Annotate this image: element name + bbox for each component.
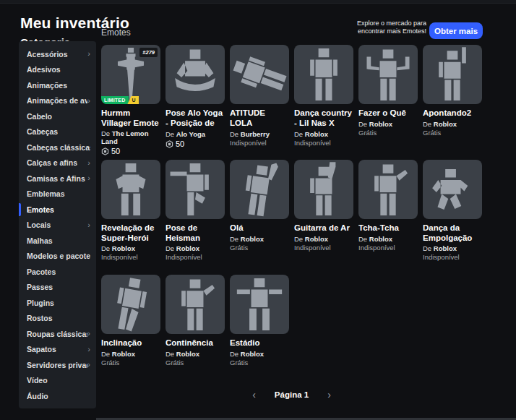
emote-name[interactable]: Apontando2 xyxy=(423,108,482,119)
point-silhouette xyxy=(423,45,482,104)
emote-thumbnail[interactable] xyxy=(101,275,160,334)
emote-card[interactable]: Dança da Empolgação De Roblox Indisponív… xyxy=(423,160,487,275)
emote-card[interactable]: Guitarra de Ar De Roblox Indisponível xyxy=(294,160,358,275)
emote-name[interactable]: Continência xyxy=(165,338,225,348)
sidebar-item-emotes[interactable]: Emotes › xyxy=(19,202,96,218)
emote-thumbnail[interactable] xyxy=(423,45,482,104)
creator-name[interactable]: Alo Yoga xyxy=(176,130,205,138)
sidebar-item-video[interactable]: Vídeo › xyxy=(19,373,96,389)
emote-thumbnail[interactable] xyxy=(165,275,225,334)
emote-card[interactable]: Revelação de Super-Herói De Roblox Indis… xyxy=(101,160,165,275)
get-more-button[interactable]: Obter mais xyxy=(429,22,483,39)
top-nav-edge xyxy=(0,0,516,4)
shrug-silhouette xyxy=(358,45,418,104)
emote-card[interactable]: Olá De Roblox Grátis xyxy=(230,160,294,275)
creator-name[interactable]: Roblox xyxy=(112,350,135,358)
creator-name[interactable]: Roblox xyxy=(241,350,264,358)
sidebar-item-plugins[interactable]: Plugins › xyxy=(19,295,96,311)
emote-name[interactable]: Pose Alo Yoga - Posição de lótus xyxy=(165,108,225,129)
emote-thumbnail[interactable] xyxy=(294,45,353,104)
creator-name[interactable]: Roblox xyxy=(369,120,392,128)
emote-name[interactable]: Olá xyxy=(230,223,289,233)
emote-thumbnail[interactable] xyxy=(165,45,225,104)
emote-name[interactable]: Inclinação xyxy=(101,338,160,348)
emote-name[interactable]: Pose de Heisman xyxy=(165,223,225,243)
sidebar-item-passes[interactable]: Passes › xyxy=(19,280,96,296)
emote-card[interactable]: Dança country - Lil Nas X (LNX) De Roblo… xyxy=(294,45,358,160)
sidebar-item-cabecas-classicas[interactable]: Cabeças clássicas › xyxy=(19,140,96,155)
creator-name[interactable]: Roblox xyxy=(305,130,328,138)
sidebar-item-label: Adesivos xyxy=(27,65,61,74)
creator-name[interactable]: Roblox xyxy=(176,244,199,252)
creator-name[interactable]: Roblox xyxy=(176,350,199,358)
sidebar-item-calcas-e-afins[interactable]: Calças e afins › xyxy=(19,155,96,171)
creator-name[interactable]: Burberry xyxy=(241,130,270,138)
creator-name[interactable]: Roblox xyxy=(369,235,392,243)
chevron-right-icon: › xyxy=(87,174,90,182)
emote-creator: De Roblox xyxy=(423,120,482,128)
creator-name[interactable]: Roblox xyxy=(112,244,135,252)
emote-creator: De Roblox xyxy=(101,350,160,358)
emote-name[interactable]: Tcha-Tcha xyxy=(358,223,418,233)
sidebar-item-adesivos[interactable]: Adesivos › xyxy=(19,62,96,78)
emote-card[interactable]: Tcha-Tcha De Roblox Indisponível xyxy=(358,160,423,275)
sidebar-item-sapatos[interactable]: Sapatos › xyxy=(19,342,96,358)
sidebar-item-emblemas[interactable]: Emblemas › xyxy=(19,187,96,202)
sidebar-item-audio[interactable]: Áudio › xyxy=(19,388,96,404)
guitar-silhouette xyxy=(294,160,353,219)
emote-name[interactable]: Fazer o Quê xyxy=(358,108,418,119)
emote-thumbnail[interactable] xyxy=(230,275,289,334)
sidebar-item-cabecas[interactable]: Cabeças › xyxy=(19,124,96,140)
emote-card[interactable]: Pose de Heisman De Roblox Indisponível xyxy=(165,160,230,275)
emote-name[interactable]: ATITUDE LOLA BURBERRY -... xyxy=(230,108,289,129)
sidebar-item-label: Pacotes xyxy=(27,267,56,276)
emote-card[interactable]: Fazer o Quê De Roblox Grátis xyxy=(358,45,423,160)
emote-card[interactable]: ATITUDE LOLA BURBERRY -... De Burberry I… xyxy=(230,45,294,160)
emote-name[interactable]: Hurmm Villager Emote xyxy=(101,108,160,128)
emote-name[interactable]: Estádio xyxy=(230,338,289,348)
emote-creator: De Roblox xyxy=(101,244,160,252)
sidebar-item-roupas-classicas[interactable]: Roupas clássicas › xyxy=(19,326,96,342)
sidebar-item-pacotes[interactable]: Pacotes › xyxy=(19,264,96,280)
emote-card[interactable]: Continência De Roblox Grátis xyxy=(165,275,230,390)
emote-thumbnail[interactable] xyxy=(358,160,418,219)
emote-thumbnail[interactable] xyxy=(423,160,482,219)
sidebar-item-animacoes-de-avatar[interactable]: Animações de avatar › xyxy=(19,93,96,109)
emote-card[interactable]: #279 LIMITED U Hurmm Villager Emote De T… xyxy=(101,45,165,160)
emote-name[interactable]: Guitarra de Ar xyxy=(294,223,353,233)
creator-name[interactable]: Roblox xyxy=(434,244,457,252)
prev-page-icon[interactable]: ‹ xyxy=(249,390,259,400)
emote-card[interactable]: Pose Alo Yoga - Posição de lótus De Alo … xyxy=(165,45,230,160)
emote-name[interactable]: Dança country - Lil Nas X (LNX) xyxy=(294,108,353,129)
sidebar-item-label: Locais xyxy=(27,220,51,229)
crouch-silhouette xyxy=(423,160,482,219)
lean-silhouette xyxy=(101,275,160,334)
sidebar-item-animacoes[interactable]: Animações › xyxy=(19,77,96,93)
next-page-icon[interactable]: › xyxy=(324,390,334,400)
emote-card[interactable]: Apontando2 De Roblox Grátis xyxy=(423,45,487,160)
emote-thumbnail[interactable] xyxy=(230,45,289,104)
emote-card[interactable]: Estádio De Roblox Grátis xyxy=(230,275,294,390)
sidebar-item-locais[interactable]: Locais › xyxy=(19,218,96,233)
emote-name[interactable]: Revelação de Super-Herói xyxy=(101,223,160,243)
sidebar-item-modelos-e-pacotes[interactable]: Modelos e pacotes › xyxy=(19,249,96,265)
emote-thumbnail[interactable] xyxy=(294,160,353,219)
emote-thumbnail[interactable] xyxy=(230,160,289,219)
creator-name[interactable]: Roblox xyxy=(434,120,457,128)
emote-name[interactable]: Dança da Empolgação xyxy=(423,223,482,243)
sidebar-item-acessorios[interactable]: Acessórios › xyxy=(19,46,96,62)
emote-thumbnail[interactable]: #279 LIMITED U xyxy=(101,45,160,104)
sidebar-item-label: Cabelo xyxy=(27,112,52,121)
sidebar-item-cabelo[interactable]: Cabelo › xyxy=(19,108,96,124)
emote-thumbnail[interactable] xyxy=(165,160,225,219)
creator-name[interactable]: Roblox xyxy=(305,235,328,243)
sidebar-item-malhas[interactable]: Malhas › xyxy=(19,233,96,249)
hero-silhouette xyxy=(101,160,160,219)
emote-thumbnail[interactable] xyxy=(358,45,418,104)
emote-card[interactable]: Inclinação De Roblox Grátis xyxy=(101,275,165,390)
sidebar-item-camisas-e-afins[interactable]: Camisas e Afins › xyxy=(19,171,96,187)
sidebar-item-servidores-privados[interactable]: Servidores privados › xyxy=(19,357,96,373)
sidebar-item-rostos[interactable]: Rostos › xyxy=(19,311,96,327)
creator-name[interactable]: Roblox xyxy=(241,235,264,243)
emote-thumbnail[interactable] xyxy=(101,160,160,219)
